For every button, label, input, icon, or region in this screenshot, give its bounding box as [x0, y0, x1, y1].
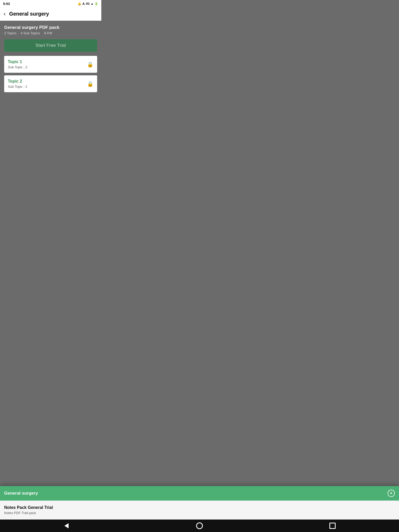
status-time: 5:53 — [3, 2, 10, 6]
topic-2-card[interactable]: Topic 2 Sub Topic : 2 🔒 — [4, 75, 97, 92]
start-free-trial-button[interactable]: Start Free Trial — [4, 39, 97, 52]
pack-info: General surgery PDF pack 2 Topics 4 Sub … — [4, 25, 97, 39]
status-bar: 5:53 🔔 A 3G ▲ 🔋 — [0, 0, 101, 7]
page-title: General surgery — [9, 11, 49, 17]
main-content: General surgery PDF pack 2 Topics 4 Sub … — [0, 21, 101, 99]
topic-1-subtopic: Sub Topic : 2 — [8, 65, 27, 69]
top-bar: ‹ General surgery — [0, 7, 101, 21]
signal-icon: ▲ — [91, 2, 94, 5]
lock-icon-topic-2: 🔒 — [87, 81, 94, 87]
topic-2-subtopic: Sub Topic : 2 — [8, 85, 27, 89]
a-icon: A — [82, 2, 85, 6]
pack-meta: 2 Topics 4 Sub Topics 6 Pdf — [4, 31, 97, 35]
pdfs-count: 6 Pdf — [44, 31, 52, 35]
network-label: 3G — [86, 2, 90, 5]
topics-count: 2 Topics — [4, 31, 16, 35]
lock-icon-topic-1: 🔒 — [87, 61, 94, 68]
battery-icon: 🔋 — [95, 2, 98, 5]
topic-2-name: Topic 2 — [8, 79, 27, 84]
pack-title: General surgery PDF pack — [4, 25, 97, 30]
notification-icon: 🔔 — [78, 2, 81, 5]
topic-1-name: Topic 1 — [8, 59, 27, 64]
subtopics-count: 4 Sub Topics — [21, 31, 40, 35]
status-icons: 🔔 A 3G ▲ 🔋 — [78, 2, 98, 6]
topic-1-card[interactable]: Topic 1 Sub Topic : 2 🔒 — [4, 56, 97, 73]
back-button[interactable]: ‹ — [4, 11, 5, 17]
